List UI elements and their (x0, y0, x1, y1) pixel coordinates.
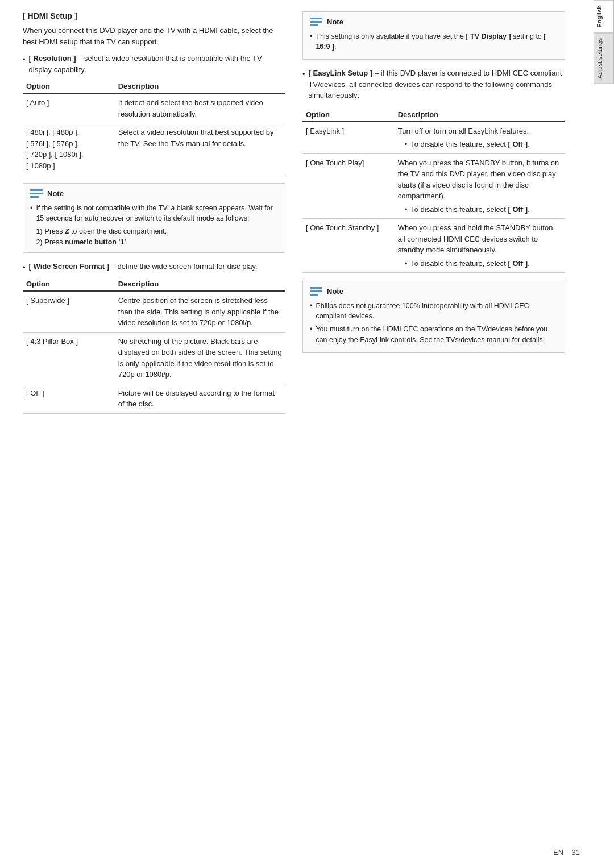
resolution-text: [ Resolution ] – select a video resoluti… (29, 53, 285, 75)
main-content: [ HDMI Setup ] When you connect this DVD… (0, 0, 594, 868)
desc-off: Picture will be displayed according to t… (115, 384, 285, 413)
table-row: [ 480i ], [ 480p ],[ 576i ], [ 576p ],[ … (23, 123, 285, 175)
desc-one-touch-standby: When you press and hold the STANDBY butt… (395, 219, 565, 273)
page-number: 31 (572, 848, 580, 857)
note-tv-display: Note • This setting is only available if… (302, 11, 565, 60)
note-box-2: Note • Philips does not guarantee 100% i… (302, 281, 565, 353)
resolution-table: Option Description [ Auto ] It detect an… (23, 80, 285, 175)
bullet-dot-2: • (23, 262, 26, 273)
table-row: [ 4:3 Pillar Box ] No stretching of the … (23, 332, 285, 384)
note-bullet-2a: • Philips does not guarantee 100% intero… (310, 301, 558, 322)
col-option-2: Option (23, 277, 115, 291)
desc-superwide: Centre position of the screen is stretch… (115, 291, 285, 332)
table-row: [ One Touch Standby ] When you press and… (302, 219, 565, 273)
sub-bullet-standby: • To disable this feature, select [ Off … (405, 258, 562, 269)
note-header-tv: Note (310, 16, 558, 28)
note-step-1: 1) Press Z to open the disc compartment. (30, 226, 278, 237)
sub-bullet-easylink: • To disable this feature, select [ Off … (405, 139, 562, 150)
easylink-intro-text: [ EasyLink Setup ] – if this DVD player … (309, 68, 565, 101)
tab-adjust-settings[interactable]: Adjust settings (594, 33, 614, 84)
page: English Adjust settings [ HDMI Setup ] W… (0, 0, 614, 868)
desc-resolutions: Select a video resolution that best supp… (115, 123, 285, 175)
col-option-3: Option (302, 108, 395, 122)
option-one-touch-play: [ One Touch Play] (302, 153, 395, 219)
col-option: Option (23, 80, 115, 93)
easylink-bullet: • [ EasyLink Setup ] – if this DVD playe… (302, 68, 565, 101)
table-row: [ Auto ] It detect and select the best s… (23, 93, 285, 123)
desc-easylink: Turn off or turn on all EasyLink feature… (395, 122, 565, 154)
option-one-touch-standby: [ One Touch Standby ] (302, 219, 395, 273)
table-row: [ Superwide ] Centre position of the scr… (23, 291, 285, 332)
side-tabs: English Adjust settings (594, 0, 614, 868)
bullet-dot-3: • (302, 69, 305, 101)
table-row: [ EasyLink ] Turn off or turn on all Eas… (302, 122, 565, 154)
wide-screen-text: [ Wide Screen Format ] – define the wide… (29, 261, 258, 273)
note-icon-1 (30, 189, 43, 199)
table-row: [ Off ] Picture will be displayed accord… (23, 384, 285, 413)
note-box-1: Note • If the setting is not compatible … (23, 183, 285, 253)
wide-screen-table: Option Description [ Superwide ] Centre … (23, 277, 285, 414)
note-icon-2 (310, 286, 322, 297)
col-desc-3: Description (395, 108, 565, 122)
option-auto: [ Auto ] (23, 93, 115, 123)
option-superwide: [ Superwide ] (23, 291, 115, 332)
note-step-2: 2) Press numeric button '1'. (30, 237, 278, 248)
col-description: Description (115, 80, 285, 93)
note-tv-text: • This setting is only available if you … (310, 31, 558, 53)
option-pillarbox: [ 4:3 Pillar Box ] (23, 332, 115, 384)
sub-bullet-play: • To disable this feature, select [ Off … (405, 204, 562, 215)
note-icon-tv (310, 17, 322, 27)
note-text-1: If the setting is not compatible with th… (36, 203, 278, 225)
desc-pillarbox: No stretching of the picture. Black bars… (115, 332, 285, 384)
note-bullet-dot: • (30, 203, 32, 225)
wide-screen-bullet: • [ Wide Screen Format ] – define the wi… (23, 261, 285, 273)
right-column: Note • This setting is only available if… (302, 11, 565, 851)
note-header-1: Note (30, 188, 278, 200)
bullet-dot: • (23, 54, 26, 75)
table-row: [ One Touch Play] When you press the STA… (302, 153, 565, 219)
option-easylink: [ EasyLink ] (302, 122, 395, 154)
page-footer: EN 31 (553, 848, 580, 857)
hdmi-setup-intro: When you connect this DVD player and the… (23, 25, 285, 47)
page-language: EN (553, 848, 563, 857)
tab-english[interactable]: English (594, 0, 614, 33)
col-desc-2: Description (115, 277, 285, 291)
hdmi-setup-title: [ HDMI Setup ] (23, 11, 285, 20)
option-off: [ Off ] (23, 384, 115, 413)
resolution-bullet: • [ Resolution ] – select a video resolu… (23, 53, 285, 75)
note-bullet-1: • If the setting is not compatible with … (30, 203, 278, 225)
easylink-table: Option Description [ EasyLink ] Turn off… (302, 108, 565, 273)
left-column: [ HDMI Setup ] When you connect this DVD… (23, 11, 285, 851)
option-resolutions: [ 480i ], [ 480p ],[ 576i ], [ 576p ],[ … (23, 123, 115, 175)
desc-one-touch-play: When you press the STANDBY button, it tu… (395, 153, 565, 219)
note-header-2: Note (310, 286, 558, 297)
note-bullet-2b: • You must turn on the HDMI CEC operatio… (310, 324, 558, 346)
desc-auto: It detect and select the best supported … (115, 93, 285, 123)
